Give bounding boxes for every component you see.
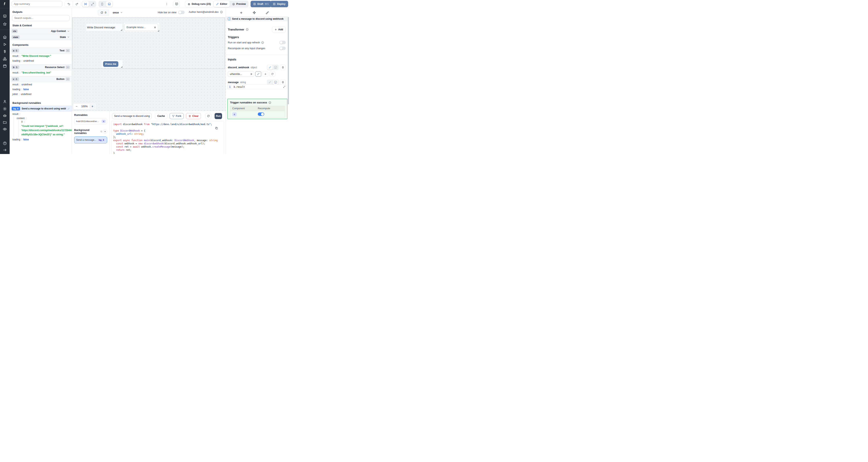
- tab-insert-plus-icon[interactable]: [239, 10, 244, 15]
- docs-book-icon[interactable]: [173, 1, 180, 7]
- press-me-button[interactable]: Press me: [103, 61, 118, 67]
- component-row-a[interactable]: a Text: [10, 47, 72, 54]
- edit-resource-pencil-button[interactable]: [255, 71, 261, 77]
- info-icon[interactable]: [269, 101, 271, 104]
- resources-icon[interactable]: [3, 57, 7, 61]
- edit-pencil-icon[interactable]: [67, 108, 70, 110]
- runnable-item[interactable]: hub/1511/discord/se... c: [74, 119, 107, 124]
- info-icon[interactable]: [246, 28, 249, 31]
- collapse-rail-icon[interactable]: [3, 148, 7, 152]
- outputs-panel: Outputs State & Context ctx App Context …: [10, 8, 72, 154]
- folders-icon[interactable]: [3, 120, 7, 124]
- create-resource-plus-button[interactable]: [262, 71, 268, 77]
- script-name-input[interactable]: [112, 113, 152, 119]
- home-icon[interactable]: [3, 35, 7, 39]
- clear-x-icon[interactable]: [152, 26, 158, 29]
- settings-icon[interactable]: [3, 107, 7, 111]
- resource-select-box[interactable]: Example resou...: [124, 24, 158, 31]
- app-canvas[interactable]: Write Discord message: Example resou... …: [72, 17, 226, 111]
- bg-runnable-item-selected[interactable]: Send a message... bg_0: [74, 136, 107, 143]
- resource-picker-value: u/henri/te...: [228, 73, 249, 75]
- resize-handle[interactable]: [158, 30, 159, 32]
- chevron-down-icon[interactable]: [67, 30, 70, 33]
- schedules-icon[interactable]: [3, 64, 7, 68]
- component-b-type: Resource Select: [45, 66, 64, 69]
- resource-picker[interactable]: u/henri/te...: [228, 71, 254, 77]
- workspace-icon[interactable]: [3, 14, 7, 18]
- run-button[interactable]: Run: [215, 113, 222, 119]
- collapse-icon[interactable]: [66, 77, 70, 81]
- resize-handle[interactable]: [121, 66, 122, 68]
- debug-runs-button[interactable]: Debug runs (23): [185, 1, 213, 7]
- tab-styling-brush-icon[interactable]: [265, 10, 270, 15]
- refresh-icon: [100, 11, 103, 14]
- refresh-count-button[interactable]: 0: [98, 10, 109, 15]
- search-outputs-input[interactable]: [12, 15, 69, 21]
- collapse-icon[interactable]: [66, 49, 70, 52]
- copy-code-icon[interactable]: [215, 127, 218, 130]
- scrollbar[interactable]: [288, 17, 289, 104]
- component-row-b[interactable]: b Resource Select: [10, 64, 72, 70]
- add-transformer-button[interactable]: Add: [272, 27, 286, 33]
- desktop-view-icon[interactable]: [106, 1, 113, 7]
- fullscreen-layout-icon[interactable]: [89, 1, 96, 7]
- app-summary-input[interactable]: [12, 1, 62, 7]
- zoom-in-button[interactable]: +: [89, 104, 95, 109]
- eval-fx-icon[interactable]: f: [273, 80, 278, 85]
- refresh-resources-button[interactable]: [270, 71, 275, 77]
- undo-button[interactable]: [65, 1, 73, 7]
- info-icon[interactable]: [220, 11, 223, 13]
- runs-icon[interactable]: [3, 42, 7, 46]
- tab-editor[interactable]: Editor: [214, 1, 230, 7]
- component-row-c[interactable]: c Button: [10, 76, 72, 82]
- chevron-down-icon[interactable]: [67, 36, 70, 38]
- tab-preview[interactable]: Preview: [230, 1, 248, 7]
- cache-button[interactable]: Cache: [155, 113, 167, 119]
- code-editor[interactable]: import discordwebhook from "https://deno…: [111, 121, 224, 154]
- resize-handle[interactable]: [121, 29, 122, 31]
- clear-x-icon[interactable]: [249, 73, 254, 75]
- favorites-icon[interactable]: [3, 22, 7, 26]
- audit-logs-icon[interactable]: [3, 127, 7, 131]
- connect-plug-icon[interactable]: [280, 79, 286, 85]
- draft-button[interactable]: Draft ⌘S: [251, 1, 271, 7]
- clear-button[interactable]: Clear: [186, 113, 201, 119]
- button-component[interactable]: Press me: [102, 60, 123, 68]
- schedule-dropdown[interactable]: once: [111, 10, 125, 15]
- workers-icon[interactable]: [3, 113, 7, 118]
- message-expression-editor[interactable]: 1 b.result: [227, 85, 286, 89]
- info-icon[interactable]: [261, 41, 264, 44]
- input-message-row: message string f: [228, 79, 286, 85]
- rerun-icon-button[interactable]: [205, 113, 211, 119]
- windmill-logo-icon[interactable]: [0, 0, 10, 8]
- centered-layout-icon[interactable]: [82, 1, 89, 7]
- eval-fx-icon[interactable]: f: [273, 65, 278, 70]
- collapse-icon[interactable]: [66, 66, 70, 69]
- static-pencil-icon[interactable]: [267, 65, 273, 70]
- tab-component-settings-icon[interactable]: [252, 10, 257, 15]
- variables-icon[interactable]: [3, 50, 7, 54]
- more-menu-icon[interactable]: [165, 2, 169, 6]
- recompute-inputs-toggle[interactable]: [279, 46, 286, 50]
- resource-select-component[interactable]: Example resou...: [124, 23, 159, 32]
- users-icon[interactable]: [3, 100, 7, 104]
- state-context-title: State & Context: [10, 23, 72, 28]
- search-icon[interactable]: [100, 130, 102, 133]
- connect-plug-icon[interactable]: [280, 65, 286, 70]
- mobile-view-icon[interactable]: [99, 1, 105, 7]
- recompute-c-toggle[interactable]: [258, 112, 264, 116]
- help-icon[interactable]: [3, 141, 7, 145]
- add-bg-runnable-button[interactable]: [103, 129, 107, 134]
- deploy-button[interactable]: Deploy: [270, 1, 288, 7]
- run-on-start-toggle[interactable]: [279, 41, 286, 44]
- bg-runnable-row[interactable]: bg_0 Send a message to discord using web…: [10, 106, 72, 112]
- static-pencil-icon[interactable]: [267, 80, 273, 85]
- hide-bar-toggle[interactable]: [178, 11, 185, 14]
- redo-button[interactable]: [73, 1, 81, 7]
- zoom-out-button[interactable]: −: [73, 104, 80, 109]
- context-row-state[interactable]: state State: [10, 34, 72, 40]
- text-component[interactable]: Write Discord message:: [86, 24, 122, 31]
- fork-button[interactable]: Fork: [169, 113, 184, 119]
- expand-editor-icon[interactable]: [282, 85, 286, 89]
- context-row-ctx[interactable]: ctx App Context: [10, 28, 72, 34]
